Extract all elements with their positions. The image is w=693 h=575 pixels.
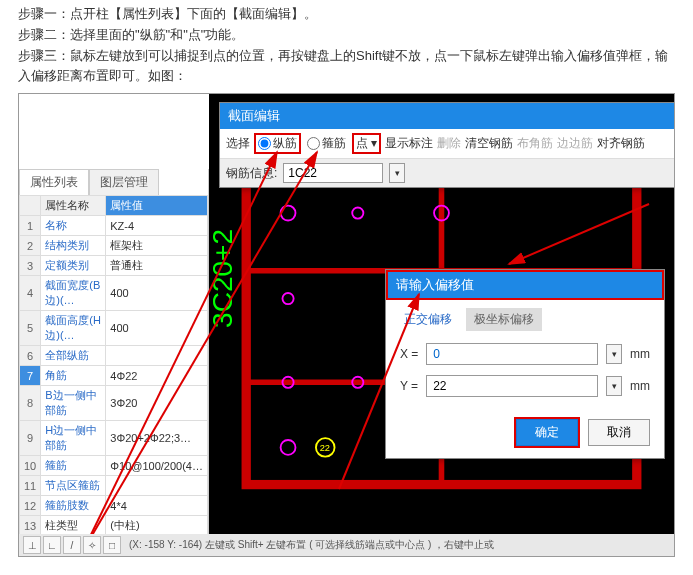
table-row[interactable]: 11节点区箍筋 bbox=[20, 476, 208, 496]
tab-polar-offset[interactable]: 极坐标偏移 bbox=[466, 308, 542, 331]
table-row[interactable]: 6全部纵筋 bbox=[20, 346, 208, 366]
section-editor-title: 截面编辑 bbox=[220, 103, 675, 129]
tool-2[interactable]: ∟ bbox=[43, 536, 61, 554]
svg-point-7 bbox=[282, 293, 293, 304]
svg-point-9 bbox=[281, 440, 296, 455]
svg-point-4 bbox=[281, 206, 296, 221]
x-label: X = bbox=[400, 347, 418, 361]
x-dropdown[interactable]: ▾ bbox=[606, 344, 622, 364]
select-label: 选择 bbox=[226, 135, 250, 152]
table-row[interactable]: 7角筋4Φ22 bbox=[20, 366, 208, 386]
tab-property-list[interactable]: 属性列表 bbox=[19, 169, 89, 195]
cancel-button[interactable]: 取消 bbox=[588, 419, 650, 446]
table-row[interactable]: 2结构类别框架柱 bbox=[20, 236, 208, 256]
col-value: 属性值 bbox=[106, 196, 208, 216]
tab-ortho-offset[interactable]: 正交偏移 bbox=[396, 308, 460, 331]
ok-button[interactable]: 确定 bbox=[516, 419, 578, 446]
property-panel: 属性列表 图层管理 属性名称 属性值 1名称KZ-42结构类别框架柱3定额类别普… bbox=[19, 169, 209, 557]
btn-delete[interactable]: 删除 bbox=[437, 135, 461, 152]
tool-5[interactable]: □ bbox=[103, 536, 121, 554]
instructions: 步骤一：点开柱【属性列表】下面的【截面编辑】。 步骤二：选择里面的"纵筋"和"点… bbox=[0, 0, 693, 93]
col-name: 属性名称 bbox=[41, 196, 106, 216]
btn-clear-rebar[interactable]: 清空钢筋 bbox=[465, 135, 513, 152]
svg-point-5 bbox=[352, 208, 363, 219]
table-row[interactable]: 8B边一侧中部筋3Φ20 bbox=[20, 386, 208, 421]
opt-display-annot[interactable]: 显示标注 bbox=[385, 135, 433, 152]
rebar-info-input[interactable] bbox=[283, 163, 383, 183]
section-editor-dialog: 截面编辑 选择 纵筋 箍筋 点 ▾ 显示标注 删除 清空钢筋 布角筋 边边筋 对… bbox=[219, 102, 675, 188]
cad-label: 3C20+2 bbox=[207, 229, 239, 328]
x-unit: mm bbox=[630, 347, 650, 361]
opt-point[interactable]: 点 ▾ bbox=[352, 133, 381, 154]
offset-title: 请输入偏移值 bbox=[386, 270, 664, 300]
y-input[interactable] bbox=[426, 375, 598, 397]
table-row[interactable]: 10箍筋Φ10@100/200(4… bbox=[20, 456, 208, 476]
x-input[interactable] bbox=[426, 343, 598, 365]
status-bar: ⊥ ∟ / ✧ □ (X: -158 Y: -164) 左键或 Shift+ 左… bbox=[19, 534, 674, 556]
rebar-info-dropdown[interactable]: ▾ bbox=[389, 163, 405, 183]
opt-stirrup[interactable]: 箍筋 bbox=[305, 135, 348, 152]
screenshot-area: 22 3C20+2 属性列表 图层管理 属性名称 属性值 1名称KZ-42结构类… bbox=[18, 93, 675, 557]
tool-3[interactable]: / bbox=[63, 536, 81, 554]
table-row[interactable]: 4截面宽度(B边)(…400 bbox=[20, 276, 208, 311]
step-3: 步骤三：鼠标左键放到可以捕捉到点的位置，再按键盘上的Shift键不放，点一下鼠标… bbox=[18, 46, 675, 88]
step-1: 步骤一：点开柱【属性列表】下面的【截面编辑】。 bbox=[18, 4, 675, 25]
table-row[interactable]: 9H边一侧中部筋3Φ20+2Φ22;3… bbox=[20, 421, 208, 456]
table-row[interactable]: 13柱类型(中柱) bbox=[20, 516, 208, 536]
y-dropdown[interactable]: ▾ bbox=[606, 376, 622, 396]
table-row[interactable]: 12箍筋肢数4*4 bbox=[20, 496, 208, 516]
status-text: (X: -158 Y: -164) 左键或 Shift+ 左键布置 ( 可选择线… bbox=[129, 538, 494, 552]
property-table: 属性名称 属性值 1名称KZ-42结构类别框架柱3定额类别普通柱4截面宽度(B边… bbox=[19, 195, 208, 557]
rebar-info-label: 钢筋信息: bbox=[226, 165, 277, 182]
opt-longitudinal[interactable]: 纵筋 bbox=[254, 133, 301, 154]
btn-align-rebar[interactable]: 对齐钢筋 bbox=[597, 135, 645, 152]
section-editor-toolbar: 选择 纵筋 箍筋 点 ▾ 显示标注 删除 清空钢筋 布角筋 边边筋 对齐钢筋 bbox=[220, 129, 675, 159]
svg-text:22: 22 bbox=[320, 443, 330, 453]
offset-dialog: 请输入偏移值 正交偏移 极坐标偏移 X = ▾ mm Y = ▾ mm 确定 取… bbox=[385, 269, 665, 459]
y-label: Y = bbox=[400, 379, 418, 393]
btn-arrange-rebar[interactable]: 布角筋 bbox=[517, 135, 553, 152]
y-unit: mm bbox=[630, 379, 650, 393]
tool-1[interactable]: ⊥ bbox=[23, 536, 41, 554]
table-row[interactable]: 3定额类别普通柱 bbox=[20, 256, 208, 276]
table-row[interactable]: 1名称KZ-4 bbox=[20, 216, 208, 236]
btn-edge-rebar[interactable]: 边边筋 bbox=[557, 135, 593, 152]
tab-layer-mgmt[interactable]: 图层管理 bbox=[89, 169, 159, 195]
tool-4[interactable]: ✧ bbox=[83, 536, 101, 554]
table-row[interactable]: 5截面高度(H边)(…400 bbox=[20, 311, 208, 346]
step-2: 步骤二：选择里面的"纵筋"和"点"功能。 bbox=[18, 25, 675, 46]
